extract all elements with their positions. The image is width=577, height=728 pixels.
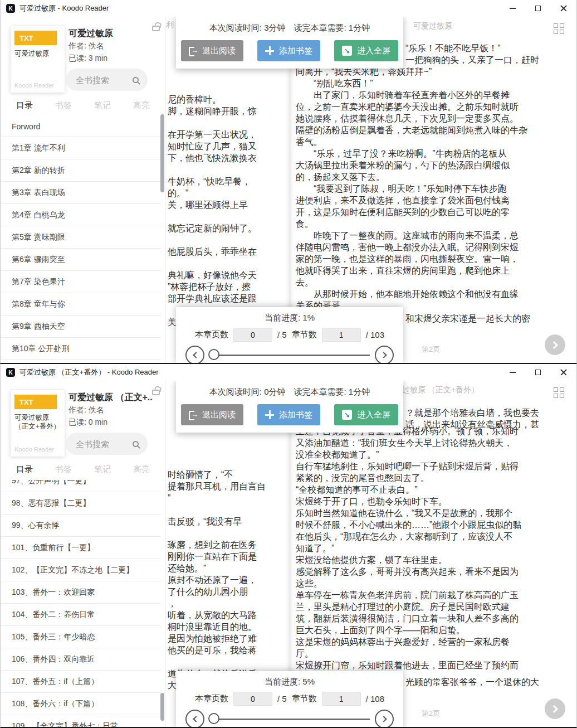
chapter-item[interactable]: 107、番外五：if（上篇）	[1, 671, 161, 693]
search-input[interactable]	[76, 439, 131, 449]
close-button[interactable]	[551, 0, 576, 17]
chapter-item[interactable]: 103、番外一：欢迎回家	[1, 581, 161, 604]
chapter-count-label: 章节数	[292, 693, 317, 704]
close-icon	[560, 369, 567, 376]
chapter-number-input[interactable]	[322, 328, 361, 342]
koodo-app-icon: K	[6, 4, 15, 13]
lock-icon[interactable]	[152, 390, 160, 395]
progress-slider-track[interactable]	[209, 719, 370, 720]
chapter-item[interactable]: Forword	[1, 116, 161, 137]
search-box	[66, 433, 148, 455]
search-input[interactable]	[76, 75, 131, 85]
minimize-icon	[510, 8, 516, 9]
sidebar-scrollbar[interactable]	[160, 693, 164, 721]
page-count-label: 本章页数	[195, 693, 228, 704]
next-page-button[interactable]	[545, 334, 565, 355]
exit-reading-button[interactable]: 退出阅读	[181, 404, 243, 425]
page-right-text-top: “乐乐！不能不吃早饭！” 一把狗狗的头，又亲了一口，赶时	[405, 42, 573, 66]
chapter-item[interactable]: 98、恶有恶报【二更】	[1, 492, 161, 515]
tab-toc[interactable]: 目录	[16, 100, 33, 111]
chapter-item[interactable]: 第10章 公开处刑	[1, 338, 161, 360]
plus-icon	[265, 46, 274, 55]
tab-notes[interactable]: 笔记	[94, 100, 111, 111]
chapter-item[interactable]: 第7章 染色果汁	[1, 271, 161, 293]
chapter-header-fragment: 利	[166, 20, 174, 30]
progress-slider-thumb[interactable]	[208, 349, 219, 360]
reading-time-label: 已读: 3 min	[69, 54, 107, 64]
page-number-input[interactable]	[233, 692, 272, 706]
tab-toc[interactable]: 目录	[16, 464, 33, 475]
book-author: 作者: 佚名	[69, 41, 104, 51]
chapter-item[interactable]: 108、番外六：if（下篇）	[1, 693, 161, 715]
progress-label: 当前进度: 5%	[176, 677, 403, 687]
tab-highlights[interactable]: 高亮	[133, 100, 150, 111]
chevron-right-icon	[380, 716, 387, 722]
tab-highlights[interactable]: 高亮	[133, 464, 150, 475]
book-author: 作者: 佚名	[69, 405, 104, 415]
next-chapter-button[interactable]	[375, 710, 394, 728]
minimize-button[interactable]	[500, 0, 525, 17]
sidebar-scrollbar[interactable]	[160, 114, 164, 192]
chevron-right-icon	[550, 341, 558, 348]
chapter-total-label: / 103	[366, 330, 384, 339]
chapter-item[interactable]: 第9章 西柚天空	[1, 316, 161, 338]
chapter-item[interactable]: 105、番外三：年少暗恋	[1, 626, 161, 648]
page-right-text: 间离开，“我去买米粑，蓉姨拜拜~” “别乱吃东西！” 出了家门，乐知时骑着车径直…	[296, 66, 570, 312]
chapter-item[interactable]: 第5章 赏味期限	[1, 226, 161, 249]
chapter-item[interactable]: 第11章 不攻自破	[1, 360, 161, 364]
chapter-item[interactable]: 第6章 骤雨突至	[1, 249, 161, 271]
book-cover-card[interactable]: TXT 可爱过敏原 Koodo Reader	[11, 26, 65, 93]
progress-slider-track[interactable]	[209, 355, 370, 356]
chapter-item[interactable]: 106、番外四：双向靠近	[1, 648, 161, 671]
chapter-item[interactable]: 97、公开声明【一更】	[1, 480, 161, 492]
close-button[interactable]	[551, 364, 576, 381]
chapter-item[interactable]: 101、负重前行【一更】	[1, 537, 161, 559]
minimize-button[interactable]	[500, 364, 525, 381]
cover-title: 可爱过敏原	[14, 49, 61, 58]
cover-brand: Koodo Reader	[14, 82, 54, 89]
chapter-item[interactable]: 第4章 白桃乌龙	[1, 204, 161, 226]
chapter-item[interactable]: 第2章 新的转折	[1, 159, 161, 182]
add-bookmark-button[interactable]: 添加书签	[257, 40, 320, 61]
prev-chapter-button[interactable]	[185, 710, 204, 728]
maximize-button[interactable]	[525, 0, 551, 17]
sidebar: TXT 可爱过敏原（正文+番外） Koodo Reader 可爱过敏原 （正文+…	[1, 381, 165, 726]
exit-reading-button[interactable]: 退出阅读	[181, 40, 243, 61]
window-title: 可爱过敏原 - Koodo Reader	[19, 3, 109, 13]
tab-notes[interactable]: 笔记	[94, 464, 111, 475]
tab-bookmarks[interactable]: 书签	[55, 464, 72, 475]
progress-label: 当前进度: 1%	[176, 313, 403, 323]
maximize-button[interactable]	[525, 364, 551, 381]
layout-grid-icon[interactable]	[554, 387, 564, 398]
cover-brand: Koodo Reader	[14, 446, 54, 453]
lock-icon[interactable]	[152, 26, 160, 31]
chapter-item[interactable]: 109、【全文完】番外七：日常	[1, 715, 161, 728]
page-number-input[interactable]	[233, 328, 272, 342]
chapter-item[interactable]: 第1章 流年不利	[1, 137, 161, 159]
chapter-item[interactable]: 第8章 童年与你	[1, 293, 161, 316]
next-page-button[interactable]	[545, 698, 565, 719]
page-total-label: / 5	[277, 330, 287, 339]
chapter-number-input[interactable]	[322, 692, 361, 706]
layout-grid-icon[interactable]	[554, 23, 564, 34]
next-chapter-button[interactable]	[375, 346, 394, 364]
fullscreen-button[interactable]: ↘ 进入全屏	[334, 404, 398, 425]
chapter-item[interactable]: 102、【正文完】不冻之地【二更】	[1, 559, 161, 581]
search-icon[interactable]	[133, 77, 139, 83]
chevron-right-icon	[550, 705, 558, 712]
prev-chapter-button[interactable]	[185, 346, 204, 364]
fullscreen-button[interactable]: ↘ 进入全屏	[334, 40, 398, 61]
tab-bookmarks[interactable]: 书签	[55, 100, 72, 111]
page-right-text: 至还不自觉减小了音量，显得格外弱小。顿了顿，乐知时 又添油加醋道：“我们班女生今…	[296, 425, 570, 671]
minimize-icon	[510, 372, 516, 373]
chapter-item[interactable]: 第3章 表白现场	[1, 182, 161, 204]
chapter-item[interactable]: 104、番外二：养伤日常	[1, 604, 161, 626]
chapter-item[interactable]: 99、心有余悸	[1, 515, 161, 537]
book-cover-card[interactable]: TXT 可爱过敏原（正文+番外） Koodo Reader	[11, 390, 65, 457]
search-icon[interactable]	[133, 441, 139, 447]
add-bookmark-button[interactable]: 添加书签	[257, 404, 320, 425]
progress-slider-thumb[interactable]	[208, 713, 219, 724]
window-2: K 可爱过敏原 （正文+番外） - Koodo Reader 可爱过敏原 （正文…	[0, 364, 577, 728]
sidebar-tabs: 目录 书签 笔记 高亮	[1, 100, 165, 111]
exit-icon	[189, 46, 197, 55]
